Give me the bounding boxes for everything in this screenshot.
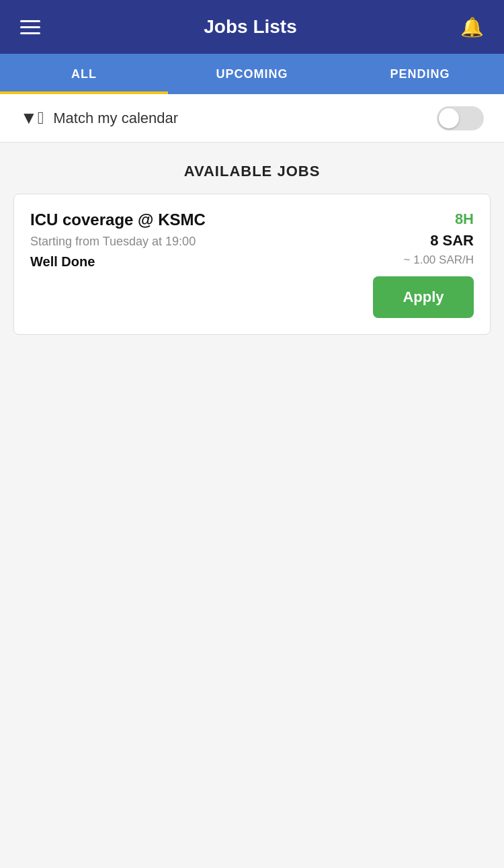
job-card-left: ICU coverage @ KSMC Starting from Tuesda…	[30, 210, 373, 270]
app-header: Jobs Lists 🔔	[0, 0, 504, 54]
apply-button[interactable]: Apply	[373, 276, 474, 318]
job-time: Starting from Tuesday at 19:00	[30, 235, 373, 249]
filter-icon: ▼⃝	[20, 108, 44, 128]
filter-label: Match my calendar	[53, 110, 178, 127]
job-duration: 8H	[455, 210, 474, 228]
tab-bar: ALL UPCOMING PENDING	[0, 54, 504, 94]
menu-icon[interactable]	[20, 20, 40, 34]
main-content: AVAILABLE JOBS ICU coverage @ KSMC Start…	[0, 143, 504, 868]
tab-upcoming[interactable]: UPCOMING	[168, 54, 336, 94]
job-title: ICU coverage @ KSMC	[30, 210, 373, 229]
calendar-toggle[interactable]	[437, 106, 484, 130]
job-company: Well Done	[30, 254, 373, 270]
job-rate: ~ 1.00 SAR/H	[404, 253, 474, 267]
filter-bar: ▼⃝ Match my calendar	[0, 94, 504, 143]
job-card-right: 8H 8 SAR ~ 1.00 SAR/H Apply	[373, 210, 474, 318]
job-salary: 8 SAR	[430, 232, 474, 249]
filter-left: ▼⃝ Match my calendar	[20, 108, 178, 128]
page-title: Jobs Lists	[204, 16, 296, 38]
tab-all[interactable]: ALL	[0, 54, 168, 94]
section-title: AVAILABLE JOBS	[13, 163, 491, 180]
bell-icon[interactable]: 🔔	[460, 16, 484, 38]
tab-pending[interactable]: PENDING	[336, 54, 504, 94]
job-card: ICU coverage @ KSMC Starting from Tuesda…	[13, 194, 491, 335]
